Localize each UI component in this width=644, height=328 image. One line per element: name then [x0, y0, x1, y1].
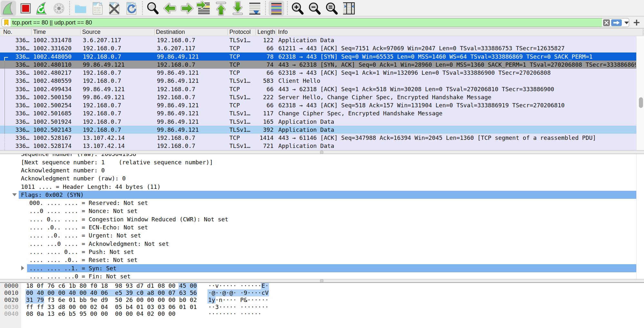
- first-packet-button[interactable]: [213, 1, 229, 16]
- packet-row[interactable]: 336…1002.480217192.168.0.799.86.49.121TC…: [0, 69, 636, 77]
- column-header-no[interactable]: No.: [3, 28, 31, 36]
- hex-ascii: ·@··@·@· ·9····cV: [208, 289, 269, 296]
- column-separator[interactable]: [227, 29, 228, 35]
- display-filter-field[interactable]: tcp.port == 80 || udp.port == 80: [2, 18, 629, 27]
- previous-packet-button[interactable]: [162, 1, 178, 16]
- colorize-packets-button[interactable]: [269, 1, 284, 16]
- last-packet-button[interactable]: [230, 1, 245, 16]
- hex-row[interactable]: 0030ff ff 33 d8 00 00 02 04 05 b4 01 03 …: [0, 304, 636, 311]
- packet-row[interactable]: 336…1002.331620192.168.0.73.6.207.117TCP…: [0, 44, 636, 52]
- column-header-source[interactable]: Source: [82, 28, 154, 36]
- capture-options-button[interactable]: [51, 1, 67, 16]
- stop-capture-button[interactable]: [17, 1, 33, 16]
- packet-row[interactable]: 336…1002.500254192.168.0.799.86.49.121TC…: [0, 101, 636, 109]
- filter-bookmark-icon[interactable]: [2, 18, 11, 27]
- packet-row[interactable]: 336…1002.50015099.86.49.121192.168.0.7TL…: [0, 93, 636, 101]
- open-file-button[interactable]: [73, 1, 88, 16]
- column-separator[interactable]: [80, 29, 81, 35]
- filter-apply-button[interactable]: [611, 19, 622, 26]
- detail-line[interactable]: .... .... .0.. = Reset: Not set: [0, 256, 636, 264]
- detail-line[interactable]: .... 0... .... = Congestion Window Reduc…: [0, 215, 636, 223]
- detail-text: [Next sequence number: 1 (relative seque…: [21, 159, 213, 166]
- hex-row[interactable]: 002031 79 f3 6e 01 bb 9e d9 50 26 00 00 …: [0, 296, 636, 304]
- detail-text: Flags: 0x002 (SYN): [21, 191, 84, 198]
- detail-line[interactable]: .... .... 0... = Push: Not set: [0, 248, 636, 256]
- go-to-packet-button[interactable]: [196, 1, 212, 16]
- expander-expanded-icon[interactable]: [12, 193, 17, 196]
- filter-history-dropdown-icon[interactable]: [624, 22, 629, 24]
- next-packet-button[interactable]: [179, 1, 195, 16]
- packet-row[interactable]: 336…1002.501685192.168.0.799.86.49.121TL…: [0, 109, 636, 117]
- splitter-handle-dot[interactable]: [320, 279, 323, 283]
- column-separator[interactable]: [31, 29, 32, 35]
- splitter-details-hex[interactable]: [0, 279, 644, 283]
- expander-collapsed-icon[interactable]: [21, 266, 24, 270]
- packet-cell-no: 336…: [3, 36, 29, 44]
- column-header-destination[interactable]: Destination: [156, 28, 227, 36]
- packet-cell-no: 336…: [3, 142, 29, 150]
- detail-line[interactable]: .... ...0 .... = Acknowledgment: Not set: [0, 240, 636, 248]
- hex-ascii: ··v····· ······E·: [208, 283, 269, 289]
- column-header-length[interactable]: Length: [257, 28, 275, 36]
- hex-ascii: ··3····· ········: [208, 304, 269, 311]
- packet-list-scrollbar-thumb[interactable]: [639, 97, 643, 108]
- start-capture-button[interactable]: [1, 1, 16, 16]
- hex-row[interactable]: 001000 40 00 00 40 00 40 06 e5 39 c0 a8 …: [0, 289, 636, 296]
- reload-file-button[interactable]: 010100110101110: [124, 1, 139, 16]
- packet-cell-src: 192.168.0.7: [83, 69, 152, 77]
- packet-cell-dst: 99.86.49.121: [157, 77, 226, 85]
- auto-scroll-button[interactable]: [247, 1, 263, 16]
- hex-bytes: 00 40 00 00 40 00 40 06 e5 39 c0 a8 00 0…: [26, 289, 197, 296]
- detail-line[interactable]: .... .... ..1. = Syn: Set: [0, 264, 636, 272]
- close-file-button[interactable]: 010100110101110: [107, 1, 122, 16]
- details-scrollbar-track[interactable]: [636, 154, 644, 279]
- filter-clear-button[interactable]: [603, 19, 610, 26]
- detail-line[interactable]: 1011 .... = Header Length: 44 bytes (11): [0, 183, 636, 191]
- hex-row[interactable]: 004008 0a 13 e6 b5 95 00 00 00 00 04 02 …: [0, 310, 636, 317]
- zoom-reset-button[interactable]: [324, 1, 340, 16]
- detail-line[interactable]: Sequence number (raw): 2005041958: [0, 154, 636, 158]
- column-header-protocol[interactable]: Protocol: [229, 28, 255, 36]
- packet-row[interactable]: 336…1002.480559192.168.0.799.86.49.121TL…: [0, 77, 636, 85]
- filter-input-value[interactable]: tcp.port == 80 || udp.port == 80: [12, 18, 92, 27]
- packet-row[interactable]: 336…1002.52816713.107.42.14192.168.0.7TC…: [0, 134, 636, 142]
- detail-line[interactable]: [Next sequence number: 1 (relative seque…: [0, 158, 636, 166]
- detail-line[interactable]: 000. .... .... = Reserved: Not set: [0, 199, 636, 207]
- find-packet-button[interactable]: [145, 1, 161, 16]
- splitter-list-details[interactable]: [0, 150, 644, 154]
- filter-toolbar: tcp.port == 80 || udp.port == 80: [0, 17, 644, 28]
- packet-row[interactable]: 336…1002.48011099.86.49.121192.168.0.7TC…: [0, 61, 636, 69]
- detail-line[interactable]: Acknowledgment number: 0: [0, 166, 636, 174]
- column-separator[interactable]: [154, 29, 155, 35]
- packet-row[interactable]: 336…1002.49943499.86.49.121192.168.0.7TC…: [0, 85, 636, 93]
- detail-line[interactable]: ...0 .... .... = Nonce: Not set: [0, 207, 636, 215]
- detail-line[interactable]: .... .0.. .... = ECN-Echo: Not set: [0, 223, 636, 231]
- zoom-in-button[interactable]: [290, 1, 305, 16]
- column-header-time[interactable]: Time: [33, 28, 80, 36]
- packet-list-scrollbar-track[interactable]: [636, 36, 644, 150]
- save-file-button[interactable]: 010100110101110: [90, 1, 105, 16]
- resize-columns-button[interactable]: [341, 1, 357, 16]
- zoom-out-button[interactable]: [307, 1, 322, 16]
- column-header-info[interactable]: Info: [278, 28, 636, 36]
- packet-cell-no: 336…: [3, 126, 29, 134]
- packet-row[interactable]: 336…1002.3314783.6.207.117192.168.0.7TLS…: [0, 36, 636, 44]
- column-separator[interactable]: [276, 29, 276, 35]
- packet-cell-proto: TLSv1…: [229, 118, 254, 126]
- hex-row[interactable]: 000018 0f 76 c6 1b 80 f0 18 98 93 d7 d1 …: [0, 283, 636, 289]
- packet-cell-len: 66: [251, 101, 274, 109]
- splitter-handle-dot[interactable]: [320, 150, 323, 154]
- detail-line[interactable]: Flags: 0x002 (SYN): [0, 191, 636, 199]
- packet-cell-no: 336…: [3, 69, 29, 77]
- column-separator[interactable]: [255, 29, 256, 35]
- packet-row[interactable]: 336…1002.448050192.168.0.799.86.49.121TC…: [0, 53, 636, 61]
- restart-capture-button[interactable]: [34, 1, 50, 16]
- detail-line[interactable]: .... .... ...0 = Fin: Not set: [0, 272, 636, 279]
- packet-row[interactable]: 336…1002.502143192.168.0.799.86.49.121TL…: [0, 126, 636, 134]
- packet-row[interactable]: 336…1002.52817413.107.42.14192.168.0.7TL…: [0, 142, 636, 150]
- packet-cell-dst: 99.86.49.121: [157, 118, 226, 126]
- detail-line[interactable]: .... ..0. .... = Urgent: Not set: [0, 231, 636, 239]
- detail-line[interactable]: Acknowledgment number (raw): 0: [0, 174, 636, 182]
- filter-add-button[interactable]: [633, 19, 640, 26]
- packet-row[interactable]: 336…1002.501924192.168.0.799.86.49.121TL…: [0, 118, 636, 126]
